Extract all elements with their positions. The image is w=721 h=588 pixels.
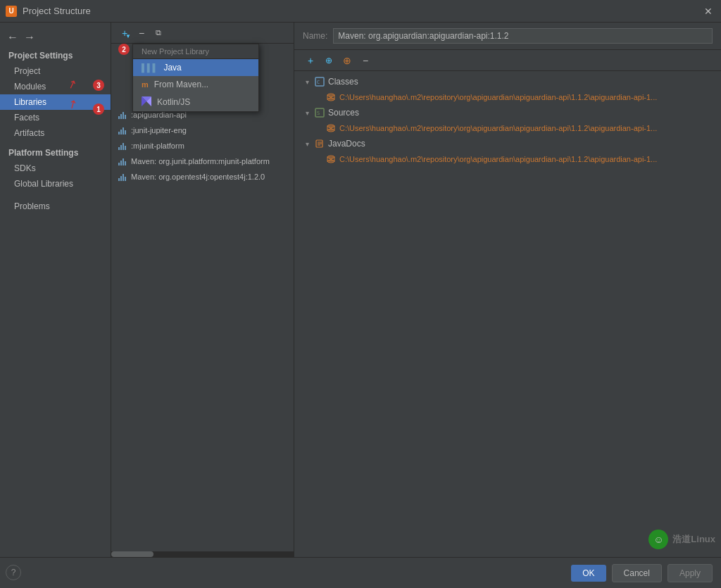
sources-path: C:\Users\huanghao\.m2\repository\org\api… [339,124,657,132]
sidebar-item-facets[interactable]: Facets [0,110,111,125]
add-ext-button[interactable]: ⊕ [339,53,355,68]
lib-bars-icon-0 [117,110,127,120]
copy-library-button[interactable]: ⧉ [151,25,166,41]
window-title: Project Structure [23,6,91,16]
lib-bars-icon-2 [117,141,127,151]
library-item-2[interactable]: :mjunit-platform [111,138,294,154]
jar-icon-sources [325,123,337,134]
app-icon: U [6,6,17,17]
library-toolbar: + ▼ − ⧉ [111,23,294,44]
sidebar-item-global-libraries[interactable]: Global Libraries [0,176,111,192]
java-icon: ▌▌▌ [142,63,158,72]
apply-button[interactable]: Apply [667,564,713,582]
remove-library-button[interactable]: − [134,25,149,41]
help-button[interactable]: ? [6,565,21,580]
library-list: :apiguardian-api :junit-jupiter-eng :mju… [111,107,294,184]
main-container: ← → Project Settings Project Modules Lib… [0,23,721,588]
sources-toggle[interactable]: ▾ [303,108,311,117]
lib-bars-icon-1 [117,125,127,135]
dropdown-item-kotlin[interactable]: Kotlin/JS [133,93,258,111]
javadocs-icon [314,138,325,149]
lib-bars-icon-3 [117,156,127,166]
javadocs-node[interactable]: ▾ JavaDocs [294,136,721,151]
kotlin-icon [142,96,151,108]
cancel-button[interactable]: Cancel [612,564,662,582]
title-bar: U Project Structure ✕ [0,0,721,23]
classes-node[interactable]: ▾ C Classes [294,74,721,89]
library-item-1[interactable]: :junit-jupiter-eng [111,123,294,138]
nav-bar: ← → [0,28,111,46]
sidebar-item-modules[interactable]: Modules [0,79,111,94]
ok-button[interactable]: OK [571,565,606,582]
name-label: Name: [303,31,327,41]
classes-toggle[interactable]: ▾ [303,77,311,86]
lib-bars-icon-4 [117,172,127,182]
sidebar-item-sdks[interactable]: SDKs [0,161,111,176]
platform-settings-label: Platform Settings [0,141,111,161]
sidebar-item-libraries[interactable]: Libraries [0,94,111,110]
add-copy-button[interactable]: ⊕ [321,53,337,68]
library-panel: + ▼ − ⧉ New Project Library ▌▌▌ Java m F… [111,23,294,588]
sources-label: Sources [328,108,359,118]
sources-path-node[interactable]: C:\Users\huanghao\.m2\repository\org\api… [294,120,721,136]
dropdown-item-java[interactable]: ▌▌▌ Java [133,59,258,76]
detail-header: Name: [294,23,721,50]
add-library-button[interactable]: + ▼ [117,25,132,41]
sidebar-item-project[interactable]: Project [0,63,111,79]
library-item-4[interactable]: Maven: org.opentest4j:opentest4j:1.2.0 [111,169,294,184]
javadocs-path: C:\Users\huanghao\.m2\repository\org\api… [339,155,657,163]
javadocs-label: JavaDocs [328,139,365,149]
javadocs-toggle[interactable]: ▾ [303,139,311,148]
classes-label: Classes [328,77,358,87]
classes-path: C:\Users\huanghao\.m2\repository\org\api… [339,93,657,101]
sources-icon: S [314,107,325,118]
add-library-dropdown: New Project Library ▌▌▌ Java m From Mave… [132,44,259,112]
close-button[interactable]: ✕ [701,4,715,18]
library-name-input[interactable] [333,28,713,44]
library-scrollbar[interactable] [111,551,294,557]
tree-view: ▾ C Classes C [294,71,721,588]
classes-path-node[interactable]: C:\Users\huanghao\.m2\repository\org\api… [294,89,721,105]
detail-panel: Name: + ⊕ ⊕ − ▾ C Classes [294,23,721,588]
svg-text:S: S [317,111,320,116]
back-button[interactable]: ← [6,30,20,44]
sidebar: ← → Project Settings Project Modules Lib… [0,23,111,588]
project-settings-label: Project Settings [0,46,111,63]
javadocs-path-node[interactable]: C:\Users\huanghao\.m2\repository\org\api… [294,151,721,167]
jar-icon-javadocs [325,154,337,165]
remove-path-button[interactable]: − [358,53,373,68]
maven-icon: m [142,80,149,89]
classes-icon: C [314,76,325,87]
sources-node[interactable]: ▾ S Sources [294,105,721,120]
sidebar-item-problems[interactable]: Problems [0,199,111,214]
sidebar-item-artifacts[interactable]: Artifacts [0,125,111,141]
forward-button[interactable]: → [23,30,37,44]
detail-toolbar: + ⊕ ⊕ − [294,50,721,71]
add-path-button[interactable]: + [303,53,318,68]
dropdown-header: New Project Library [133,44,258,59]
library-item-3[interactable]: Maven: org.junit.platform:mjunit-platfor… [111,154,294,169]
svg-text:C: C [317,80,320,85]
jar-icon-classes [325,92,337,103]
bottom-bar: ? OK Cancel Apply [0,557,721,588]
dropdown-item-maven[interactable]: m From Maven... [133,76,258,93]
